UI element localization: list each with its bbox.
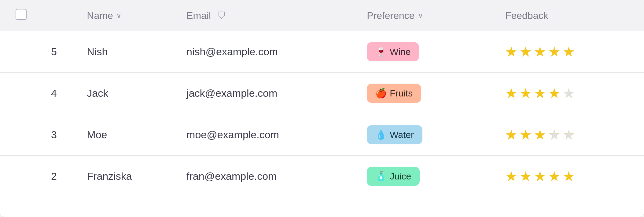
star-1[interactable]: ★ xyxy=(505,128,517,142)
row-name: Nish xyxy=(75,31,174,73)
preference-header-label: Preference xyxy=(367,10,415,21)
preference-badge-juice: 🧴Juice xyxy=(367,167,420,186)
table-row: 2Franziskafran@example.com🧴Juice★★★★★ xyxy=(0,156,644,197)
star-2[interactable]: ★ xyxy=(520,128,532,142)
table-body: 5Nishnish@example.com🍷Wine★★★★★4Jackjack… xyxy=(0,31,644,197)
row-checkbox-cell xyxy=(0,31,39,73)
star-5[interactable]: ★ xyxy=(563,128,575,142)
star-rating: ★★★★★ xyxy=(505,170,631,183)
star-4[interactable]: ★ xyxy=(548,45,560,59)
star-1[interactable]: ★ xyxy=(505,45,517,59)
preference-badge-fruits: 🍎Fruits xyxy=(367,84,421,103)
name-sort-icon[interactable]: ∨ xyxy=(116,11,122,20)
row-checkbox-cell xyxy=(0,73,39,114)
data-table: Name ∨ Email ⛉ Preference ∨ xyxy=(0,0,644,217)
row-id: 2 xyxy=(39,156,75,197)
preference-label: Juice xyxy=(390,171,411,182)
preference-badge-wine: 🍷Wine xyxy=(367,42,419,61)
preference-label: Fruits xyxy=(390,88,413,99)
select-all-checkbox[interactable] xyxy=(16,9,27,20)
email-filter-icon[interactable]: ⛉ xyxy=(218,11,226,21)
preference-header[interactable]: Preference ∨ xyxy=(355,0,493,31)
table-row: 5Nishnish@example.com🍷Wine★★★★★ xyxy=(0,31,644,73)
row-id: 3 xyxy=(39,114,75,156)
checkbox-header[interactable] xyxy=(0,0,39,31)
name-header-label: Name xyxy=(87,10,113,21)
row-checkbox-cell xyxy=(0,156,39,197)
star-1[interactable]: ★ xyxy=(505,170,517,183)
star-4[interactable]: ★ xyxy=(548,87,560,100)
star-5[interactable]: ★ xyxy=(563,45,575,59)
preference-sort-icon[interactable]: ∨ xyxy=(418,11,423,20)
preference-label: Wine xyxy=(390,47,410,57)
star-rating: ★★★★★ xyxy=(505,87,631,100)
row-id: 4 xyxy=(39,73,75,114)
star-3[interactable]: ★ xyxy=(534,128,546,142)
star-rating: ★★★★★ xyxy=(505,128,631,142)
row-preference: 💧Water xyxy=(355,114,493,156)
row-preference: 🍎Fruits xyxy=(355,73,493,114)
table-row: 3Moemoe@example.com💧Water★★★★★ xyxy=(0,114,644,156)
star-4[interactable]: ★ xyxy=(548,170,560,183)
name-header[interactable]: Name ∨ xyxy=(75,0,174,31)
row-name: Moe xyxy=(75,114,174,156)
star-3[interactable]: ★ xyxy=(534,45,546,59)
star-2[interactable]: ★ xyxy=(520,87,532,100)
star-rating: ★★★★★ xyxy=(505,45,631,59)
email-header[interactable]: Email ⛉ xyxy=(174,0,355,31)
row-preference: 🧴Juice xyxy=(355,156,493,197)
table-header: Name ∨ Email ⛉ Preference ∨ xyxy=(0,0,644,31)
feedback-header-label: Feedback xyxy=(505,10,548,21)
table-row: 4Jackjack@example.com🍎Fruits★★★★★ xyxy=(0,73,644,114)
row-feedback: ★★★★★ xyxy=(493,114,644,156)
row-email: jack@example.com xyxy=(174,73,355,114)
star-1[interactable]: ★ xyxy=(505,87,517,100)
star-3[interactable]: ★ xyxy=(534,87,546,100)
row-feedback: ★★★★★ xyxy=(493,31,644,73)
row-email: nish@example.com xyxy=(174,31,355,73)
star-5[interactable]: ★ xyxy=(563,87,575,100)
row-name: Jack xyxy=(75,73,174,114)
row-checkbox-cell xyxy=(0,114,39,156)
star-3[interactable]: ★ xyxy=(534,170,546,183)
id-header xyxy=(39,0,75,31)
preference-badge-water: 💧Water xyxy=(367,125,422,144)
email-header-label: Email xyxy=(186,10,211,21)
preference-icon-fruits: 🍎 xyxy=(375,88,387,99)
preference-label: Water xyxy=(390,130,414,140)
row-feedback: ★★★★★ xyxy=(493,156,644,197)
feedback-header: Feedback xyxy=(493,0,644,31)
star-5[interactable]: ★ xyxy=(563,170,575,183)
row-id: 5 xyxy=(39,31,75,73)
star-2[interactable]: ★ xyxy=(520,170,532,183)
preference-icon-wine: 🍷 xyxy=(375,46,387,57)
row-feedback: ★★★★★ xyxy=(493,73,644,114)
preference-icon-water: 💧 xyxy=(375,129,387,140)
preference-icon-juice: 🧴 xyxy=(375,171,387,182)
row-preference: 🍷Wine xyxy=(355,31,493,73)
row-name: Franziska xyxy=(75,156,174,197)
row-email: moe@example.com xyxy=(174,114,355,156)
row-email: fran@example.com xyxy=(174,156,355,197)
star-4[interactable]: ★ xyxy=(548,128,560,142)
star-2[interactable]: ★ xyxy=(520,45,532,59)
